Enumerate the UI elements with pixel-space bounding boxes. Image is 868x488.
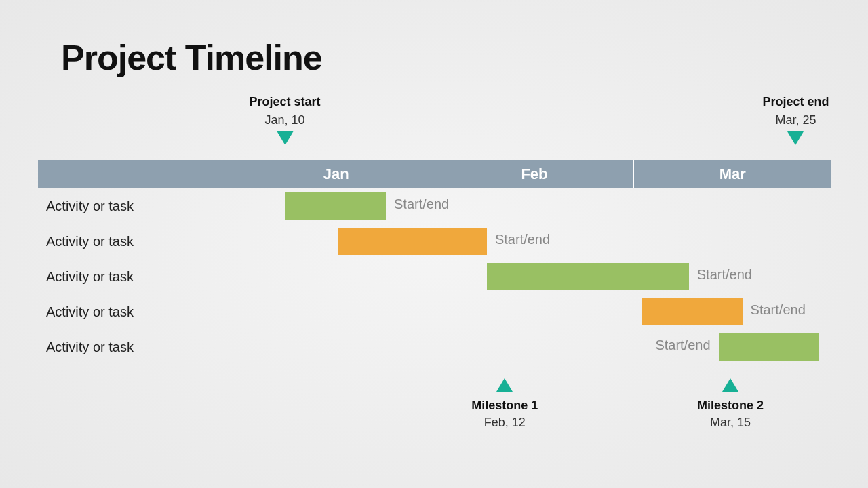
row-label: Activity or task (38, 340, 237, 355)
row-caption: Start/end (697, 267, 752, 283)
row-track: Start/end (237, 224, 831, 259)
timeline: Jan Feb Mar Activity or taskStart/endAct… (38, 160, 831, 365)
triangle-down-icon (787, 131, 804, 145)
gantt-bar (487, 263, 689, 290)
row-caption: Start/end (751, 302, 806, 318)
gantt-bar (338, 228, 487, 255)
gantt-row: Activity or taskStart/end (38, 224, 831, 259)
row-label: Activity or task (38, 269, 237, 285)
month-jan: Jan (237, 160, 435, 188)
project-end-label: Project end (762, 95, 829, 109)
milestone-marker: Milestone 1Feb, 12 (471, 378, 538, 430)
gantt-row: Activity or taskStart/end (38, 188, 831, 224)
row-track: Start/end (237, 188, 831, 224)
gantt-row: Activity or taskStart/end (38, 294, 831, 329)
label-column-header (38, 160, 237, 188)
gantt-row: Activity or taskStart/end (38, 329, 831, 365)
gantt-bar (719, 333, 820, 361)
row-label: Activity or task (38, 304, 237, 320)
triangle-up-icon (722, 378, 738, 392)
milestone-label: Milestone 2 (697, 399, 764, 413)
gantt-bar (642, 298, 743, 325)
month-feb: Feb (435, 160, 633, 188)
gantt-row: Activity or taskStart/end (38, 259, 831, 294)
triangle-up-icon (496, 378, 513, 392)
milestone-label: Milestone 1 (471, 399, 538, 413)
milestone-marker: Milestone 2Mar, 15 (697, 378, 764, 430)
row-caption: Start/end (495, 232, 550, 247)
gantt-rows: Activity or taskStart/endActivity or tas… (38, 188, 831, 365)
row-track: Start/end (237, 329, 831, 365)
month-mar: Mar (634, 160, 831, 188)
project-end-marker: Project end Mar, 25 (762, 95, 829, 145)
milestone-date: Feb, 12 (471, 415, 538, 430)
gantt-bar (285, 192, 386, 220)
project-start-label: Project start (250, 95, 321, 109)
row-caption: Start/end (655, 338, 710, 353)
triangle-down-icon (277, 131, 293, 145)
project-end-date: Mar, 25 (762, 113, 829, 127)
project-start-date: Jan, 10 (250, 113, 321, 127)
row-label: Activity or task (38, 199, 237, 214)
row-label: Activity or task (38, 234, 237, 249)
project-start-marker: Project start Jan, 10 (250, 95, 321, 145)
row-track: Start/end (237, 259, 831, 294)
page-title: Project Timeline (61, 37, 322, 78)
month-header: Jan Feb Mar (38, 160, 831, 188)
milestone-date: Mar, 15 (697, 415, 764, 430)
row-caption: Start/end (394, 197, 449, 212)
row-track: Start/end (237, 294, 831, 329)
